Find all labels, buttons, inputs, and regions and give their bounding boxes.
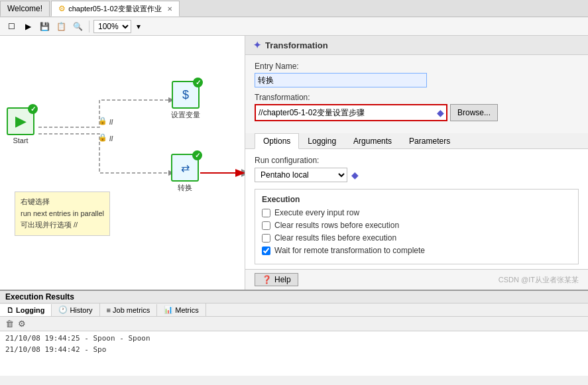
- trash-icon[interactable]: 🗑: [5, 319, 14, 329]
- canvas-area: 🔒 // 🔒 // ▶ ✓ Start $ ✓ 设置变量: [0, 36, 245, 290]
- right-panel: ✦ Transformation Entry Name: Transformat…: [245, 36, 588, 290]
- checkbox-clear-files: Clear results files before execution: [262, 233, 571, 243]
- history-icon: 🕐: [58, 305, 68, 314]
- bottom-log-content: 21/10/08 19:44:25 - Spoon - Spoon 21/10/…: [0, 331, 588, 376]
- panel-title: ✦ Transformation: [245, 36, 588, 55]
- chapter-tab-icon: ⚙: [58, 4, 66, 13]
- tab-strip: Options Logging Arguments Parameters: [245, 133, 588, 149]
- tab-options[interactable]: Options: [255, 133, 299, 149]
- welcome-tab[interactable]: Welcome!: [0, 1, 50, 17]
- execution-group: Execution Execute every input row Clear …: [255, 189, 579, 264]
- entry-name-label: Entry Name:: [255, 62, 579, 71]
- transformation-title-icon: ✦: [253, 40, 261, 50]
- explore-button[interactable]: 🔍: [70, 19, 85, 34]
- setvariable-check-icon: ✓: [193, 78, 203, 87]
- help-icon: ❓: [262, 275, 272, 284]
- svg-text:🔒: 🔒: [98, 133, 107, 142]
- setvariable-node[interactable]: $ ✓ 设置变量: [171, 81, 200, 120]
- svg-text:🔒: 🔒: [98, 116, 107, 125]
- checkbox-exec-every-input[interactable]: [262, 209, 270, 217]
- transform-node-label: 转换: [178, 183, 192, 193]
- transform-node-icon: ⇄ ✓: [171, 154, 199, 182]
- transformation-input-wrap: ◆: [255, 104, 447, 121]
- tab-arguments[interactable]: Arguments: [345, 133, 400, 148]
- logging-icon: 🗋: [7, 306, 14, 314]
- checkbox-exec-every-label: Execute every input row: [274, 208, 359, 217]
- bottom-panel: Execution Results 🗋 Logging 🕐 History ≡ …: [0, 290, 588, 376]
- checkbox-clear-files-input[interactable]: [262, 234, 270, 243]
- transformation-label: Transformation:: [255, 93, 579, 102]
- new-button[interactable]: ☐: [4, 19, 19, 34]
- checkbox-clear-files-label: Clear results files before execution: [274, 233, 396, 243]
- jobmetrics-icon: ≡: [107, 306, 111, 314]
- settings-icon[interactable]: ⚙: [18, 319, 26, 329]
- checkbox-clear-results-label: Clear results rows before execution: [274, 221, 399, 230]
- watermark: CSDN @IT从业者张某某: [499, 275, 579, 285]
- start-node-label: Start: [13, 137, 28, 144]
- help-button-label: Help: [274, 275, 291, 284]
- trans-dot-icon: ◆: [435, 107, 446, 118]
- entry-name-input[interactable]: [255, 73, 427, 87]
- bottom-header: Execution Results: [0, 291, 588, 303]
- setvariable-node-icon: $ ✓: [172, 81, 200, 109]
- run-config-icon: ◆: [351, 170, 359, 180]
- run-config-label: Run configuration:: [255, 156, 579, 165]
- log-line-1: 21/10/08 19:44:25 - Spoon - Spoon: [5, 333, 583, 345]
- bottom-tab-history[interactable]: 🕐 History: [52, 303, 99, 316]
- tab-content-options: Run configuration: Pentaho local ◆ Execu…: [245, 149, 588, 269]
- toolbar: ☐ ▶ 💾 📋 🔍 100% ▾: [0, 17, 588, 36]
- save-button[interactable]: 💾: [37, 19, 52, 34]
- checkbox-wait-remote-label: Wait for remote transformation to comple…: [274, 246, 425, 255]
- run-config-row: Run configuration: Pentaho local ◆: [255, 156, 579, 182]
- panel-title-text: Transformation: [265, 40, 328, 50]
- help-bar: ❓ Help CSDN @IT从业者张某某: [245, 269, 588, 290]
- bottom-tab-jobmetrics-label: Job metrics: [113, 306, 150, 314]
- transform-node[interactable]: ⇄ ✓ 转换: [171, 154, 199, 193]
- run-button[interactable]: ▶: [21, 19, 35, 34]
- checkbox-clear-results-input[interactable]: [262, 221, 270, 230]
- svg-marker-5: [235, 169, 245, 177]
- bottom-toolbar: 🗑 ⚙: [0, 317, 588, 331]
- browse-button[interactable]: Browse...: [450, 104, 498, 121]
- tab-logging[interactable]: Logging: [299, 133, 345, 148]
- bottom-tab-logging-label: Logging: [16, 306, 44, 314]
- svg-text://: //: [109, 135, 113, 142]
- entry-name-field: Entry Name:: [255, 62, 579, 87]
- zoom-dropdown-icon[interactable]: ▾: [133, 20, 144, 33]
- run-config-select[interactable]: Pentaho local: [255, 168, 347, 182]
- close-icon[interactable]: ✕: [167, 5, 172, 13]
- saveas-button[interactable]: 📋: [54, 19, 68, 34]
- tooltip-box: 右键选择 run next entries in parallel 可出现并行选…: [15, 192, 110, 236]
- start-node[interactable]: ▶ ✓ Start: [7, 107, 34, 144]
- chapter-tab-label: chapter05-1-02变量设置作业: [68, 4, 162, 14]
- zoom-select[interactable]: 100%: [93, 20, 131, 33]
- welcome-tab-label: Welcome!: [7, 4, 42, 13]
- tab-parameters[interactable]: Parameters: [400, 133, 459, 148]
- panel-body: Entry Name: Transformation: ◆ Browse...: [245, 55, 588, 133]
- start-node-icon: ▶ ✓: [7, 107, 34, 135]
- svg-text://: //: [109, 119, 113, 126]
- help-button[interactable]: ❓ Help: [255, 273, 298, 286]
- bottom-tab-metrics-label: Metrics: [175, 306, 198, 314]
- bottom-tab-metrics[interactable]: 📊 Metrics: [157, 303, 206, 316]
- metrics-icon: 📊: [164, 305, 173, 314]
- separator: [89, 21, 89, 32]
- checkbox-exec-every: Execute every input row: [262, 208, 571, 217]
- bottom-tab-history-label: History: [70, 306, 92, 314]
- transformation-input[interactable]: [256, 105, 435, 120]
- start-check-icon: ✓: [28, 104, 38, 114]
- bottom-tab-jobmetrics[interactable]: ≡ Job metrics: [100, 304, 158, 316]
- transform-check-icon: ✓: [192, 150, 202, 160]
- bottom-tab-logging[interactable]: 🗋 Logging: [0, 304, 52, 316]
- checkbox-wait-remote-input[interactable]: [262, 247, 270, 255]
- execution-label: Execution: [262, 195, 571, 204]
- setvariable-node-label: 设置变量: [171, 110, 200, 120]
- transformation-field: Transformation: ◆ Browse...: [255, 93, 579, 121]
- log-line-2: 21/10/08 19:44:42 - Spo: [5, 345, 583, 356]
- canvas-svg: 🔒 // 🔒 //: [0, 36, 245, 290]
- bottom-title: Execution Results: [5, 292, 74, 302]
- bottom-tabs: 🗋 Logging 🕐 History ≡ Job metrics 📊 Metr…: [0, 303, 588, 317]
- checkbox-wait-remote: Wait for remote transformation to comple…: [262, 246, 571, 255]
- chapter-tab[interactable]: ⚙ chapter05-1-02变量设置作业 ✕: [51, 1, 180, 17]
- checkbox-clear-results: Clear results rows before execution: [262, 221, 571, 230]
